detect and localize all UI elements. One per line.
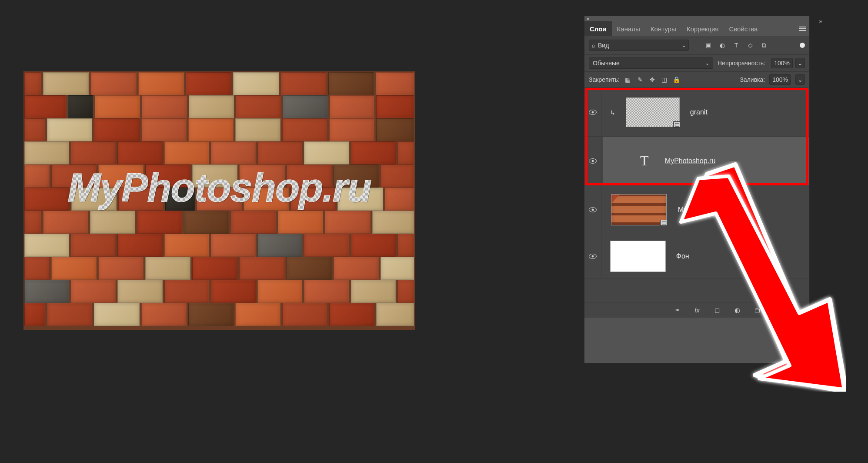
- search-icon: ⌕: [592, 42, 595, 49]
- smart-object-icon: [660, 220, 667, 226]
- link-icon[interactable]: ⚭: [673, 306, 681, 315]
- filter-image-icon[interactable]: ▣: [704, 41, 712, 49]
- blend-mode-combo[interactable]: Обычные ⌄: [589, 57, 713, 69]
- trash-icon[interactable]: 🗑: [793, 306, 801, 315]
- visibility-toggle[interactable]: [584, 234, 601, 278]
- tab-layers[interactable]: Слои: [584, 21, 612, 36]
- tab-paths[interactable]: Контуры: [645, 21, 681, 36]
- mask-icon[interactable]: ◻: [713, 306, 721, 315]
- visibility-toggle[interactable]: [584, 88, 601, 136]
- new-layer-icon[interactable]: 🗔: [773, 306, 781, 315]
- layer-name[interactable]: MyPhotoshop: [678, 206, 721, 214]
- filter-smart-icon[interactable]: 🗎: [760, 41, 768, 49]
- lock-crop-icon[interactable]: ◫: [661, 76, 668, 84]
- layer-name[interactable]: Фон: [676, 252, 689, 260]
- visibility-toggle[interactable]: [584, 185, 601, 234]
- filter-toggle[interactable]: [800, 43, 805, 48]
- canvas[interactable]: MyPhotoshop.ru: [23, 71, 415, 330]
- tab-properties[interactable]: Свойства: [724, 21, 763, 36]
- opacity-value: 100%: [774, 60, 790, 67]
- layer-filter-label: Вид: [598, 42, 609, 49]
- layer-thumb[interactable]: [626, 97, 680, 127]
- type-layer-icon: T: [634, 151, 654, 171]
- fill-value: 100%: [772, 76, 788, 83]
- fill-input[interactable]: 100%: [769, 74, 791, 85]
- tab-channels[interactable]: Каналы: [612, 21, 645, 36]
- lock-transp-icon[interactable]: ▦: [624, 76, 632, 84]
- layer-row-text[interactable]: T MyPhotoshop.ru: [584, 137, 809, 185]
- fill-dropdown[interactable]: ⌄: [795, 74, 805, 85]
- filter-shape-icon[interactable]: ◇: [746, 41, 754, 49]
- layers-panel: » × Слои Каналы Контуры Коррекция Свойст…: [584, 16, 810, 363]
- adjustment-icon[interactable]: ◐: [733, 306, 741, 315]
- panel-tabs: Слои Каналы Контуры Коррекция Свойства: [584, 21, 809, 36]
- panel-menu-icon[interactable]: [796, 21, 809, 36]
- eye-icon: [589, 254, 597, 259]
- panel-collapse-icon[interactable]: »: [815, 18, 826, 25]
- clip-indicator-icon: ↳: [610, 109, 615, 116]
- layers-bottom-bar: ⚭ fx ◻ ◐ 🗀 🗔 🗑: [584, 302, 809, 318]
- fx-icon[interactable]: fx: [693, 306, 701, 315]
- opacity-input[interactable]: 100%: [771, 58, 793, 68]
- opacity-dropdown[interactable]: ⌄: [795, 58, 805, 68]
- tab-adjustments[interactable]: Коррекция: [681, 21, 724, 36]
- layer-row-background[interactable]: Фон: [584, 234, 809, 278]
- opacity-label: Непрозрачность:: [718, 60, 765, 67]
- eye-icon: [589, 207, 597, 212]
- filter-type-icon[interactable]: T: [732, 41, 740, 49]
- lock-move-icon[interactable]: ✥: [648, 76, 656, 84]
- layer-name[interactable]: MyPhotoshop.ru: [665, 157, 716, 165]
- layer-name[interactable]: granit: [690, 108, 708, 116]
- eye-icon: [589, 158, 597, 164]
- smart-object-icon: [673, 121, 680, 127]
- chevron-down-icon: ⌄: [682, 43, 686, 48]
- group-icon[interactable]: 🗀: [753, 306, 761, 315]
- lock-all-icon[interactable]: 🔒: [673, 76, 681, 84]
- layer-row-myphotoshop[interactable]: MyPhotoshop: [584, 185, 809, 234]
- layer-thumb[interactable]: [611, 194, 667, 225]
- visibility-toggle[interactable]: [584, 137, 601, 185]
- fill-label: Заливка:: [740, 76, 765, 83]
- chevron-down-icon: ⌄: [705, 60, 709, 66]
- canvas-text[interactable]: MyPhotoshop.ru: [23, 165, 415, 211]
- layers-list: ↳ granit T MyPhotoshop.ru: [584, 88, 809, 302]
- lock-brush-icon[interactable]: ✎: [636, 76, 644, 84]
- lock-label: Закрепить:: [589, 76, 620, 83]
- layer-thumb[interactable]: [610, 241, 666, 272]
- filter-adjust-icon[interactable]: ◐: [718, 41, 726, 49]
- blend-mode-value: Обычные: [593, 60, 620, 67]
- eye-icon: [589, 110, 597, 115]
- layer-filter-combo[interactable]: ⌕ Вид ⌄: [589, 40, 689, 51]
- layer-row-granit[interactable]: ↳ granit: [584, 88, 809, 137]
